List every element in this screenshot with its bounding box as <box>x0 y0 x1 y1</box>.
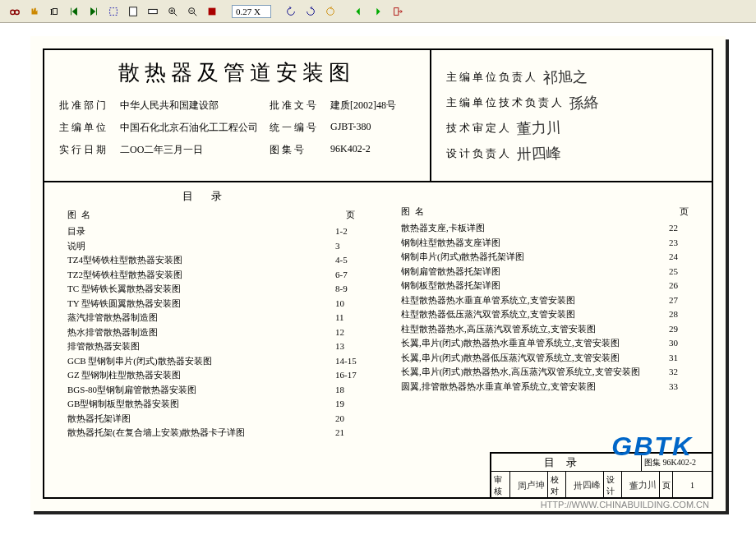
hand-icon[interactable] <box>26 3 43 20</box>
toc-row: 圆翼,排管散热器热水垂直单管系统立,支管安装图33 <box>396 380 694 394</box>
last-page-icon[interactable] <box>85 3 102 20</box>
prev-icon[interactable] <box>350 3 366 20</box>
fit-page-icon[interactable] <box>125 3 141 20</box>
toc-item-page: 22 <box>664 221 694 236</box>
toc-row: 钢制柱型散热器支座详图23 <box>396 236 694 251</box>
footer-page-value: 1 <box>675 481 709 490</box>
exit-icon[interactable] <box>390 3 406 20</box>
toc-item-name: 散热器托架详图 <box>67 412 330 427</box>
toc-row: 蒸汽排管散热器制造图11 <box>62 311 360 325</box>
toc-item-page: 32 <box>664 365 694 380</box>
svg-rect-11 <box>394 7 399 15</box>
toc-item-name: TY 型铸铁圆翼散热器安装图 <box>67 297 330 311</box>
next-icon[interactable] <box>370 3 386 20</box>
toc-row: 散热器托架(在复合墙上安装)散热器卡子详图21 <box>62 426 360 440</box>
toc-right-col: 图名页 散热器支座,卡板详图22钢制柱型散热器支座详图23钢制串片(闭式)散热器… <box>378 189 712 440</box>
toc-item-name: 钢制柱型散热器支座详图 <box>401 236 664 251</box>
toc-row: 钢制板型散热器托架详图26 <box>396 279 694 293</box>
toc-item-name: 柱型散热器低压蒸汽双管系统立,支管安装图 <box>401 307 664 322</box>
approve-doc-value: 建质[2002]48号 <box>330 99 415 113</box>
toc-row: 散热器托架详图20 <box>62 412 360 427</box>
footer-review-label: 审核 <box>494 474 507 497</box>
toc-left-col: 目录 图名页 目录1-2说明3TZ4型铸铁柱型散热器安装图4-5TZ2型铸铁柱型… <box>44 189 378 440</box>
toc-item-page: 11 <box>330 311 360 325</box>
exec-date-label: 实行日期 <box>59 143 108 157</box>
first-page-icon[interactable] <box>66 3 82 20</box>
toc-item-name: 排管散热器安装图 <box>67 339 330 354</box>
toc-row: TY 型铸铁圆翼散热器安装图10 <box>62 297 360 311</box>
footer-page-label: 页 <box>662 480 670 491</box>
toc-item-page: 26 <box>664 279 694 293</box>
toc-item-name: 热水排管散热器制造图 <box>67 325 330 340</box>
footer-toc-label: 目录 <box>491 454 641 471</box>
toc-row: GB型钢制板型散热器安装图19 <box>62 397 360 412</box>
svg-point-10 <box>327 7 334 15</box>
toc-item-name: 柱型散热器热水,高压蒸汽双管系统立,支管安装图 <box>401 322 664 337</box>
toc-item-name: 钢制串片(闭式)散热器托架详图 <box>401 250 664 265</box>
page: 散热器及管道安装图 批准部门 中华人民共和国建设部 批准文号 建质[2002]4… <box>30 36 726 511</box>
toc-item-page: 6-7 <box>330 268 360 283</box>
toc-row: 目录1-2 <box>62 224 360 239</box>
toc-row: BGS-80型钢制扁管散热器安装图18 <box>62 383 360 398</box>
zoom-level[interactable]: 0.27 X <box>232 5 271 18</box>
rotate-left-icon[interactable] <box>283 3 299 20</box>
svg-point-0 <box>11 10 15 14</box>
footer-proof-sig: 卅四峰 <box>574 478 602 492</box>
toc-item-name: 钢制扁管散热器托架详图 <box>401 265 664 279</box>
tool-icon[interactable] <box>204 3 220 20</box>
toc-body: 目录 图名页 目录1-2说明3TZ4型铸铁柱型散热器安装图4-5TZ2型铸铁柱型… <box>44 182 712 440</box>
main-unit-value: 中国石化北京石油化工工程公司 <box>120 121 258 135</box>
toc-item-name: GCB 型钢制串片(闭式)散热器安装图 <box>67 354 330 369</box>
zoom-in-icon[interactable] <box>164 3 181 20</box>
exec-date-value: 二OO二年三月一日 <box>120 143 258 157</box>
toc-item-page: 21 <box>330 426 360 440</box>
svg-rect-6 <box>149 9 158 13</box>
footer-atlas-value: 96K402-2 <box>663 458 697 467</box>
zoom-out-icon[interactable] <box>184 3 201 20</box>
toc-row: 说明3 <box>62 239 360 254</box>
toc-item-page: 16-17 <box>330 368 360 383</box>
toc-row: TC 型铸铁长翼散热器安装图8-9 <box>62 282 360 297</box>
toc-item-page: 3 <box>330 239 360 254</box>
toc-sub-page: 页 <box>346 209 355 221</box>
footer-design-sig: 董力川 <box>629 478 657 492</box>
toc-item-name: TC 型铸铁长翼散热器安装图 <box>67 282 330 297</box>
toc-item-name: 钢制板型散热器托架详图 <box>401 279 664 293</box>
rotate-right-icon[interactable] <box>302 3 319 20</box>
toolbar: I 0.27 X <box>0 0 756 23</box>
toc-item-page: 4-5 <box>330 253 360 268</box>
toc-item-name: GZ 型钢制柱型散热器安装图 <box>67 368 330 383</box>
toc-row: TZ4型铸铁柱型散热器安装图4-5 <box>62 253 360 268</box>
toc-row: TZ2型铸铁柱型散热器安装图6-7 <box>62 268 360 283</box>
toc-row: 排管散热器安装图13 <box>62 339 360 354</box>
toc-row: 柱型散热器热水,高压蒸汽双管系统立,支管安装图29 <box>396 322 694 337</box>
drawing-title: 散热器及管道安装图 <box>59 58 415 87</box>
text-select-icon[interactable]: I <box>46 3 62 20</box>
drawing-frame: 散热器及管道安装图 批准部门 中华人民共和国建设部 批准文号 建质[2002]4… <box>43 48 713 499</box>
title-block: 散热器及管道安装图 批准部门 中华人民共和国建设部 批准文号 建质[2002]4… <box>44 50 712 182</box>
select-icon[interactable] <box>105 3 122 20</box>
fit-width-icon[interactable] <box>145 3 161 20</box>
toc-row: 热水排管散热器制造图12 <box>62 325 360 340</box>
refresh-icon[interactable] <box>322 3 339 20</box>
sig4-label: 设计负责人 <box>446 146 512 161</box>
approve-doc-label: 批准文号 <box>270 99 319 113</box>
signature-block: 主编单位负责人祁旭之 主编单位技术负责人孫絡 技术审定人董力川 设计负责人卅四峰 <box>431 50 712 181</box>
toc-item-name: 长翼,串片(闭式)散热器低压蒸汽双管系统立,支管安装图 <box>401 351 664 366</box>
toc-item-name: 长翼,串片(闭式)散热器热水垂直单管系统立,支管安装图 <box>401 336 664 351</box>
binoculars-icon[interactable] <box>7 3 23 20</box>
toc-row: 钢制扁管散热器托架详图25 <box>396 265 694 279</box>
source-url: HTTP://WWW.CHINABUILDING.COM.CN <box>541 500 709 510</box>
sig2-signature: 孫絡 <box>569 92 599 113</box>
uni-no-value: GJBT-380 <box>330 121 415 135</box>
toc-item-name: TZ2型铸铁柱型散热器安装图 <box>67 268 330 283</box>
toc-sub-name: 图名 <box>401 205 680 218</box>
footer-design-label: 设计 <box>606 474 619 497</box>
sig1-label: 主编单位负责人 <box>446 70 538 85</box>
svg-rect-3 <box>53 8 57 14</box>
toc-item-name: TZ4型铸铁柱型散热器安装图 <box>67 253 330 268</box>
toc-row: 长翼,串片(闭式)散热器热水,高压蒸汽双管系统立,支管安装图32 <box>396 365 694 380</box>
toc-row: GZ 型钢制柱型散热器安装图16-17 <box>62 368 360 383</box>
toc-item-page: 25 <box>664 265 694 279</box>
toc-row: 柱型散热器低压蒸汽双管系统立,支管安装图28 <box>396 307 694 322</box>
